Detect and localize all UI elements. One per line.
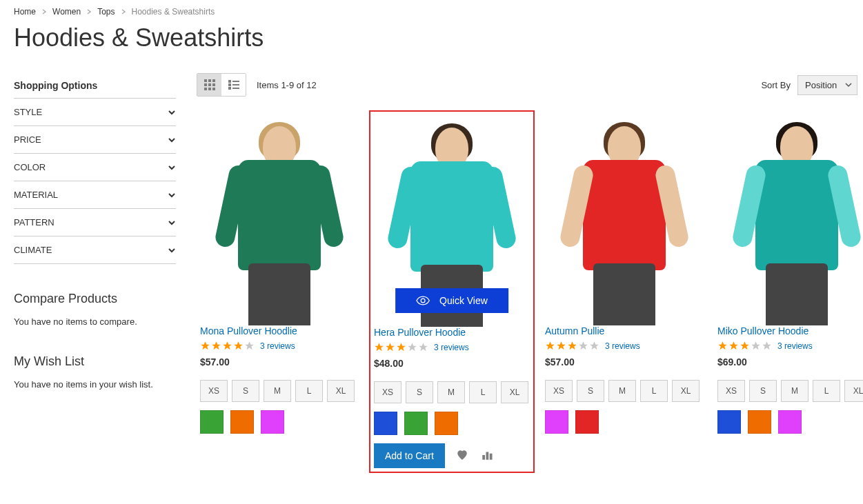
- size-option-s[interactable]: S: [232, 380, 259, 402]
- color-swatches: [545, 410, 704, 434]
- size-option-l[interactable]: L: [295, 380, 323, 402]
- size-option-xs[interactable]: XS: [717, 380, 745, 402]
- filter-style[interactable]: STYLE: [14, 98, 176, 125]
- product-image[interactable]: [200, 114, 359, 319]
- star-icon: [222, 341, 232, 351]
- add-to-wishlist-button[interactable]: [455, 447, 470, 465]
- color-swatch[interactable]: [575, 410, 599, 434]
- product-name-link[interactable]: Autumn Pullie: [545, 325, 604, 336]
- star-rating: [545, 341, 599, 351]
- size-option-m[interactable]: M: [264, 380, 291, 402]
- review-count-link[interactable]: 3 reviews: [605, 341, 640, 351]
- star-icon: [728, 341, 739, 351]
- color-swatch[interactable]: [748, 410, 771, 434]
- color-swatches: [717, 410, 863, 434]
- svg-marker-21: [375, 343, 384, 351]
- size-option-xs[interactable]: XS: [545, 380, 573, 402]
- star-icon: [717, 341, 728, 351]
- product-card: Autumn Pullie3 reviews$57.00XSSMLXL: [542, 110, 707, 473]
- color-swatch[interactable]: [778, 410, 802, 434]
- review-count-link[interactable]: 3 reviews: [260, 341, 295, 351]
- size-option-l[interactable]: L: [469, 381, 497, 403]
- grid-icon: [204, 79, 215, 90]
- bar-chart-icon: [481, 449, 493, 461]
- svg-marker-16: [212, 341, 221, 350]
- star-icon: [374, 342, 384, 352]
- svg-marker-37: [751, 341, 760, 350]
- size-option-m[interactable]: M: [437, 381, 465, 403]
- size-option-s[interactable]: S: [577, 380, 604, 402]
- size-option-l[interactable]: L: [813, 380, 840, 402]
- color-swatch[interactable]: [435, 412, 458, 435]
- product-actions: Add to Cart: [374, 443, 530, 468]
- breadcrumb-link[interactable]: Tops: [97, 7, 115, 17]
- size-option-xl[interactable]: XL: [672, 380, 700, 402]
- sort-by-label: Sort By: [761, 80, 791, 90]
- size-option-s[interactable]: S: [406, 381, 433, 403]
- color-swatch[interactable]: [404, 412, 428, 435]
- size-option-m[interactable]: M: [781, 380, 809, 402]
- add-to-cart-button[interactable]: Add to Cart: [374, 443, 445, 468]
- heart-icon: [456, 449, 468, 461]
- filter-label: PRICE: [14, 134, 41, 145]
- filter-label: MATERIAL: [14, 190, 58, 200]
- list-view-button[interactable]: [221, 74, 246, 96]
- color-swatch[interactable]: [374, 412, 397, 435]
- review-count-link[interactable]: 3 reviews: [434, 343, 469, 352]
- size-option-xl[interactable]: XL: [844, 380, 863, 402]
- filter-color[interactable]: COLOR: [14, 153, 176, 181]
- svg-marker-34: [718, 341, 727, 350]
- main-content: Items 1-9 of 12 Sort By Position Mona Pu…: [197, 73, 863, 473]
- chevron-right-icon: [121, 7, 126, 17]
- svg-marker-19: [245, 341, 254, 350]
- product-name-link[interactable]: Hera Pullover Hoodie: [374, 327, 466, 338]
- filter-material[interactable]: MATERIAL: [14, 181, 176, 208]
- product-image[interactable]: [717, 114, 863, 319]
- add-to-compare-button[interactable]: [479, 447, 495, 465]
- svg-marker-38: [762, 341, 771, 350]
- product-card: Quick ViewHera Pullover Hoodie3 reviews$…: [369, 110, 535, 473]
- sort-by-select[interactable]: Position: [797, 75, 857, 95]
- size-option-s[interactable]: S: [749, 380, 777, 402]
- color-swatch[interactable]: [261, 410, 284, 434]
- filter-climate[interactable]: CLIMATE: [14, 236, 176, 263]
- size-option-xl[interactable]: XL: [327, 380, 355, 402]
- breadcrumb-link[interactable]: Women: [52, 7, 81, 17]
- product-name-link[interactable]: Miko Pullover Hoodie: [717, 325, 809, 336]
- star-icon: [589, 341, 599, 351]
- size-option-xs[interactable]: XS: [374, 381, 401, 403]
- quick-view-button[interactable]: Quick View: [395, 288, 508, 313]
- chevron-right-icon: [41, 7, 47, 17]
- rating-row: 3 reviews: [545, 341, 704, 351]
- breadcrumb-link[interactable]: Home: [14, 7, 36, 17]
- filter-list: STYLEPRICECOLORMATERIALPATTERNCLIMATE: [14, 98, 176, 264]
- svg-marker-25: [419, 343, 428, 351]
- size-option-m[interactable]: M: [608, 380, 636, 402]
- size-option-xs[interactable]: XS: [200, 380, 228, 402]
- filter-label: STYLE: [14, 107, 42, 117]
- color-swatch[interactable]: [230, 410, 254, 434]
- product-image[interactable]: [545, 114, 704, 319]
- review-count-link[interactable]: 3 reviews: [777, 341, 813, 351]
- star-icon: [211, 341, 221, 351]
- size-option-xl[interactable]: XL: [501, 381, 528, 403]
- compare-products-empty: You have no items to compare.: [14, 316, 176, 327]
- svg-marker-33: [590, 341, 599, 350]
- svg-marker-30: [557, 341, 566, 350]
- color-swatch[interactable]: [200, 410, 224, 434]
- product-name-link[interactable]: Mona Pullover Hoodlie: [200, 325, 297, 336]
- product-image[interactable]: Quick View: [374, 115, 530, 320]
- star-icon: [740, 341, 750, 351]
- svg-rect-2: [212, 79, 215, 82]
- size-swatches: XSSMLXL: [200, 380, 359, 402]
- product-price: $57.00: [200, 356, 359, 367]
- grid-view-button[interactable]: [197, 74, 221, 96]
- shopping-options-title: Shopping Options: [14, 73, 176, 98]
- filter-pattern[interactable]: PATTERN: [14, 208, 176, 236]
- filter-price[interactable]: PRICE: [14, 125, 176, 153]
- size-option-l[interactable]: L: [640, 380, 668, 402]
- color-swatches: [374, 412, 530, 435]
- toolbar: Items 1-9 of 12 Sort By Position: [197, 73, 863, 97]
- color-swatch[interactable]: [545, 410, 568, 434]
- color-swatch[interactable]: [717, 410, 741, 434]
